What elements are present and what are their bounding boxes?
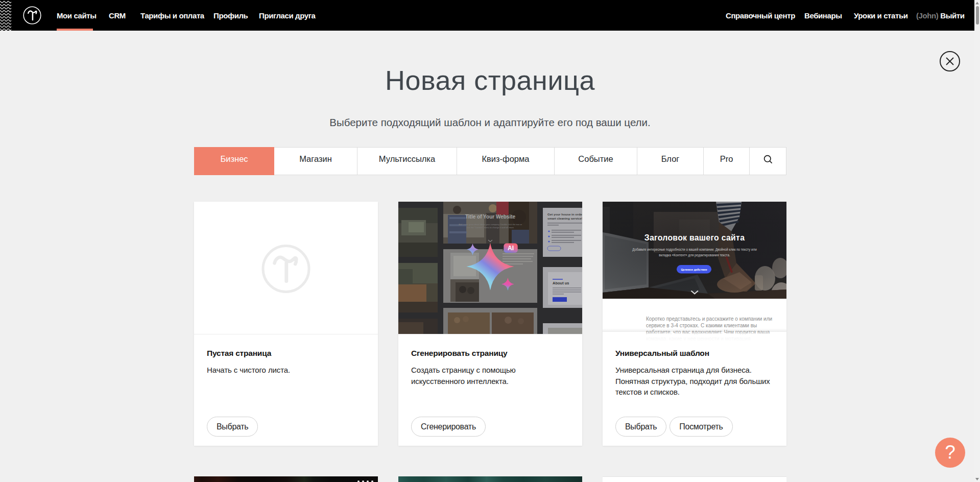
svg-text:Добавьте интересные подробност: Добавьте интересные подробности о вашей … xyxy=(632,248,757,252)
svg-text:Add some great detail about yo: Add some great detail about your company… xyxy=(459,223,522,226)
svg-text:About us: About us xyxy=(553,281,569,285)
svg-text:Целевое действие: Целевое действие xyxy=(681,268,707,271)
svg-text:Заголовок вашего сайта: Заголовок вашего сайта xyxy=(644,233,745,242)
svg-text:AI: AI xyxy=(508,245,514,252)
svg-text:smart cleaning service!: smart cleaning service! xyxy=(547,216,582,220)
svg-text:Title of Your Website: Title of Your Website xyxy=(465,214,516,220)
svg-text:сервисе в 3-4 строках. С каким: сервисе в 3-4 строках. С какими клиентам… xyxy=(646,323,757,328)
svg-text:Get your house in order with o: Get your house in order with o xyxy=(547,212,582,216)
svg-text:use the "Content" menu to chan: use the "Content" menu to change it and … xyxy=(467,226,514,229)
svg-text:Коротко представьтесь и расска: Коротко представьтесь и расскажите о ком… xyxy=(646,316,772,322)
svg-text:вкладка «Контент» для редактир: вкладка «Контент» для редактирования тек… xyxy=(659,253,730,257)
